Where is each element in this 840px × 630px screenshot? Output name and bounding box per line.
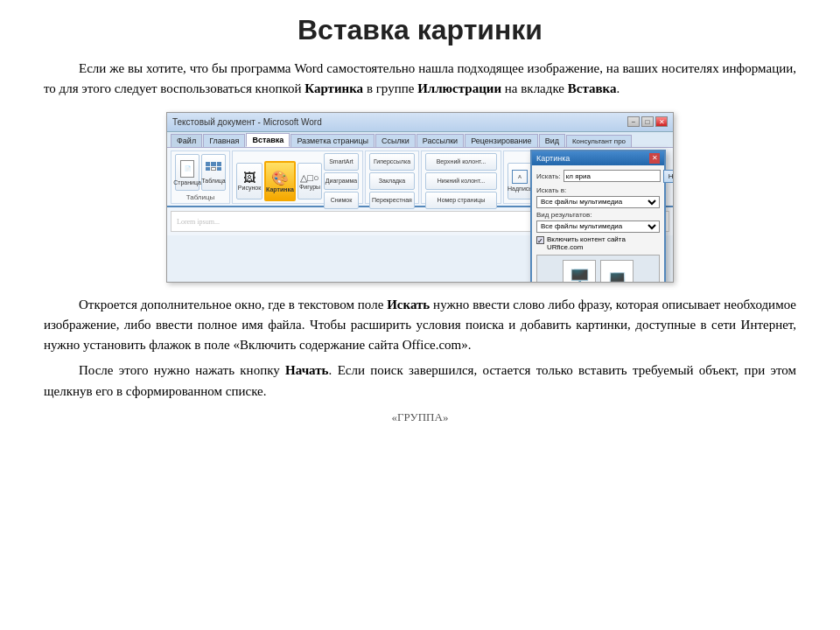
maximize-btn[interactable]: □ [641, 116, 654, 127]
where-select[interactable]: Все файлы мультимедиа [536, 196, 660, 208]
group-illustrations: 🖼 Рисунок 🎨 Картинка △□○ Фигуры Smar [232, 150, 363, 204]
intro-text: Если же вы хотите, что бы программа Word… [44, 59, 796, 105]
btn-footer[interactable]: Нижний колонт... [425, 172, 497, 190]
intro-text-part4: . [616, 81, 620, 95]
dialog-image-preview: 🖥️ 💻 [536, 255, 660, 283]
btn-picture[interactable]: 🖼 Рисунок [236, 163, 262, 200]
second-text-block: Откроется дополнительное окно, где в тек… [44, 295, 796, 407]
group-links: Гиперссылка Закладка Перекрестная Ссылки [365, 150, 419, 204]
btn-textbox[interactable]: A Надпись [508, 163, 532, 200]
result-type-select[interactable]: Все файлы мультимедиа [536, 220, 660, 233]
headers-buttons: Верхний колонт... Нижний колонт... Номер… [425, 153, 497, 209]
intro-bold-illyustracii: Иллюстрации [417, 81, 501, 95]
links-buttons: Гиперссылка Закладка Перекрестная [369, 153, 415, 209]
dialog-close-btn[interactable]: ✕ [649, 153, 660, 164]
checkbox-row: ✓ Включить контент сайта URfice.com [536, 235, 660, 251]
tab-review[interactable]: Рецензирование [465, 134, 538, 147]
third-bold-nachat: Начать [285, 363, 328, 377]
dialog-body: Искать: Начать Искать в: Все файлы мульт… [532, 165, 664, 283]
page-number: «ГРУППА» [44, 410, 796, 424]
btn-hyperlink[interactable]: Гиперссылка [369, 153, 415, 171]
page-title: Вставка картинки [44, 14, 796, 46]
second-bold-iskat: Искать [387, 298, 430, 312]
small-btns-stack: SmartArt Диаграмма Снимок [324, 153, 359, 209]
where-label: Искать в: [536, 186, 660, 194]
btn-crossref[interactable]: Перекрестная [369, 192, 415, 209]
search-row: Искать: Начать [536, 170, 660, 183]
tab-mailing[interactable]: Рассылки [416, 134, 464, 147]
window-controls: − □ ✕ [627, 116, 668, 127]
close-btn[interactable]: ✕ [655, 116, 668, 127]
dialog-title-bar: Картинка ✕ [532, 151, 664, 165]
headers-stack: Верхний колонт... Нижний колонт... Номер… [425, 153, 497, 209]
tab-consult[interactable]: Консультант про [566, 135, 632, 147]
btn-smartart[interactable]: SmartArt [324, 153, 359, 171]
btn-snapshot[interactable]: Снимок [324, 192, 359, 209]
checkbox-label: Включить контент сайта URfice.com [547, 235, 660, 251]
tab-refs[interactable]: Ссылки [375, 134, 416, 147]
links-stack: Гиперссылка Закладка Перекрестная [369, 153, 415, 209]
second-text-part1: Откроется дополнительное окно, где в тек… [79, 298, 387, 312]
group-pages: 📄 Страница Таблица Таблицы [171, 150, 230, 204]
tab-insert[interactable]: Вставка [246, 133, 290, 147]
intro-text-part3: на вкладке [501, 81, 568, 95]
tab-layout[interactable]: Разметка страницы [290, 134, 374, 147]
dialog-title-text: Картинка [536, 154, 570, 163]
btn-table[interactable]: Таблица [201, 154, 226, 191]
pages-buttons: 📄 Страница Таблица [175, 153, 226, 192]
clip-art-icon-1[interactable]: 🖥️ [563, 260, 596, 283]
word-title-text: Текстовый документ - Microsoft Word [172, 117, 322, 127]
btn-pagenum[interactable]: Номер страницы [425, 192, 497, 209]
page: Вставка картинки Если же вы хотите, что … [0, 0, 840, 630]
btn-shapes[interactable]: △□○ Фигуры [298, 163, 322, 200]
group-headers: Верхний колонт... Нижний колонт... Номер… [421, 150, 501, 204]
kartinka-dialog: Картинка ✕ Искать: Начать Искать в: Все … [530, 150, 666, 283]
btn-clipart[interactable]: 🎨 Картинка [264, 161, 296, 201]
clip-art-icon-2[interactable]: 💻 [600, 260, 634, 283]
screenshot-container: Текстовый документ - Microsoft Word − □ … [44, 112, 796, 283]
minimize-btn[interactable]: − [627, 116, 640, 127]
word-screenshot: Текстовый документ - Microsoft Word − □ … [166, 112, 674, 283]
intro-bold-vstavka: Вставка [568, 81, 617, 95]
ribbon-tabs: Файл Главная Вставка Разметка страницы С… [167, 132, 673, 148]
checkbox-office[interactable]: ✓ [536, 236, 544, 244]
illustrations-buttons: 🖼 Рисунок 🎨 Картинка △□○ Фигуры Smar [236, 153, 359, 209]
search-btn[interactable]: Начать [663, 170, 674, 183]
third-text-part1: После этого нужно нажать кнопку [79, 363, 285, 377]
search-input[interactable] [564, 170, 661, 182]
btn-bookmark[interactable]: Закладка [369, 172, 415, 190]
btn-page[interactable]: 📄 Страница [175, 154, 200, 191]
tab-view[interactable]: Вид [539, 134, 565, 147]
group-pages-label: Таблицы [186, 193, 215, 201]
btn-chart[interactable]: Диаграмма [324, 172, 359, 190]
word-title-bar: Текстовый документ - Microsoft Word − □ … [167, 113, 673, 132]
tab-home[interactable]: Главная [203, 134, 245, 147]
tab-file[interactable]: Файл [171, 134, 202, 147]
search-label: Искать: [536, 172, 561, 180]
intro-text-part2: в группе [363, 81, 417, 95]
intro-bold-kartinka: Картинка [304, 81, 363, 95]
btn-header[interactable]: Верхний колонт... [425, 153, 497, 171]
result-type-label: Вид результатов: [536, 211, 660, 219]
